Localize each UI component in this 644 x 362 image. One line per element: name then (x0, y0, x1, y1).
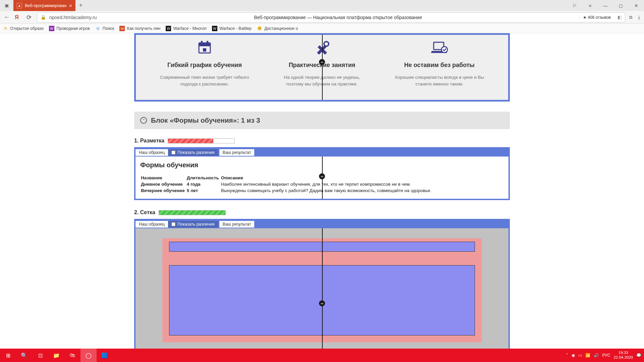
steam-icon[interactable]: ◉ (572, 353, 575, 358)
feature-desc: Хорошие специалисты всегда в цене и Вы с… (394, 74, 485, 87)
close-icon[interactable]: × (69, 3, 72, 8)
progress-bar (168, 138, 235, 143)
tab-title: Веб-программирован (25, 3, 66, 8)
panel-toggle-icon[interactable]: ▣ (0, 3, 13, 8)
sample-tab[interactable]: Наш образец (136, 149, 168, 156)
yandex-browser-icon[interactable]: ◯ (80, 349, 97, 362)
reload-button[interactable]: ⟳ (25, 14, 33, 21)
bookmark-item[interactable]: ◎Поиск (95, 26, 114, 31)
downloads-icon[interactable]: ⭳ (637, 15, 641, 20)
bookmark-icon[interactable]: ◧ (618, 15, 622, 20)
bookmark-icon: W (212, 26, 217, 31)
show-diff-toggle[interactable]: Показать различия (168, 221, 218, 228)
drag-handle-icon[interactable]: ⇔ (319, 59, 325, 65)
features-box: Гибкий график обучения Современный темп … (134, 33, 510, 102)
calendar-icon (159, 40, 250, 56)
compare-tabs: Наш образец Показать различия Ваш резуль… (136, 220, 508, 228)
bookmark-item[interactable]: WWarface - Battlep (212, 26, 252, 31)
window-controls: ⚐ ≡ — ◻ ✕ (567, 0, 644, 11)
lang-indicator[interactable]: РУС (602, 353, 610, 358)
url-text: npoed.htmlacademy.ru (49, 15, 97, 20)
accordion-title: Блок «Формы обучения»: 1 из 3 (151, 116, 260, 124)
bookmark-item[interactable]: 😊Дистанционное о (257, 26, 298, 31)
browser-tab[interactable]: ▲ Веб-программирован × (13, 0, 75, 11)
drag-handle-icon[interactable]: ⇔ (319, 300, 325, 306)
svg-rect-3 (207, 41, 208, 44)
task-view-icon[interactable]: ⊡ (32, 349, 48, 362)
progress-bar (159, 210, 226, 215)
back-button[interactable]: ← (3, 14, 11, 21)
svg-rect-1 (199, 43, 210, 46)
reviews-badge[interactable]: ★ 406 отзывов (579, 15, 614, 20)
start-button[interactable]: ⊞ (0, 349, 16, 362)
bookmark-item[interactable]: ◔Открытое образо (3, 26, 44, 31)
explorer-icon[interactable]: 📁 (48, 349, 64, 362)
content-area: Гибкий график обучения Современный темп … (0, 33, 644, 349)
accordion-header[interactable]: ⌃ Блок «Формы обучения»: 1 из 3 (134, 112, 510, 129)
extensions-icon[interactable]: ⧉ (629, 15, 632, 20)
forms-table: НазваниеДлительностьОписание Дневное обу… (140, 174, 433, 194)
feature-flexible: Гибкий график обучения Современный темп … (159, 40, 250, 87)
table-row: Вечернее обучение5 летВынуждены совмещат… (141, 188, 433, 193)
grid-compare-box: Наш образец Показать различия Ваш резуль… (134, 219, 510, 349)
search-icon[interactable]: 🔍 (16, 349, 32, 362)
show-diff-toggle[interactable]: Показать различия (168, 149, 218, 156)
bookmark-icon: ht (119, 26, 125, 31)
url-box[interactable]: 🔒 npoed.htmlacademy.ru Веб-программирова… (37, 12, 625, 22)
bookmark-icon: W (166, 26, 171, 31)
feature-title: Не оставим без работы (394, 62, 485, 69)
taskbar: ⊞ 🔍 ⊡ 📁 🛍 ◯ 🟦 ˄ ◉ ▭ 📶 🔊 РУС 19:33 22.04.… (0, 349, 644, 362)
bookmark-icon: W (49, 26, 54, 31)
address-bar: ← Я ⟳ 🔒 npoed.htmlacademy.ru Веб-програм… (0, 11, 644, 24)
bookmark-item[interactable]: WWarface - Многоп (166, 26, 206, 31)
menu-icon[interactable]: ≡ (582, 0, 598, 11)
yandex-icon[interactable]: Я (15, 14, 21, 20)
result-tab[interactable]: Ваш результат (219, 149, 255, 156)
diff-checkbox[interactable] (171, 222, 175, 226)
svg-point-5 (324, 42, 329, 46)
feature-job: Не оставим без работы Хорошие специалист… (394, 40, 485, 87)
network-icon[interactable]: 📶 (585, 353, 590, 358)
tray: ˄ ◉ ▭ 📶 🔊 РУС 19:33 22.04.2020 💬 (566, 351, 644, 360)
bookmark-item[interactable]: WПроводная игров (49, 26, 90, 31)
section-grid-title: 2. Сетка (134, 209, 510, 216)
feature-desc: Современный темп жизни требует гибкого п… (159, 74, 250, 87)
page-title: Веб-программирование — Национальная плат… (100, 15, 576, 20)
bookmark-icon: ◔ (3, 26, 8, 31)
bookmark-icon: ◎ (95, 26, 101, 31)
app-icon[interactable]: 🟦 (97, 349, 113, 362)
diff-checkbox[interactable] (171, 150, 175, 155)
titlebar: ▣ ▲ Веб-программирован × + ⚐ ≡ — ◻ ✕ (0, 0, 644, 11)
laptop-check-icon (394, 40, 485, 56)
chevron-up-icon: ⌃ (140, 117, 147, 124)
minimize-icon[interactable]: — (598, 0, 613, 11)
new-tab-button[interactable]: + (75, 2, 86, 9)
store-icon[interactable]: 🛍 (64, 349, 80, 362)
tray-icon[interactable]: ▭ (578, 353, 582, 358)
svg-rect-4 (203, 48, 206, 52)
markup-compare-box: Наш образец Показать различия Ваш резуль… (134, 147, 510, 200)
close-window-icon[interactable]: ✕ (629, 0, 644, 11)
section-markup-title: 1. Разметка (134, 138, 510, 144)
bookmarks-bar: ◔Открытое образо WПроводная игров ◎Поиск… (0, 24, 644, 33)
svg-rect-2 (201, 41, 203, 44)
flag-icon[interactable]: ⚐ (567, 0, 582, 11)
favicon-icon: ▲ (17, 3, 22, 8)
markup-body: Формы обучения НазваниеДлительностьОписа… (136, 157, 508, 199)
volume-icon[interactable]: 🔊 (594, 353, 599, 358)
bookmark-icon: 😊 (257, 26, 262, 31)
comparison-divider[interactable] (322, 35, 323, 100)
chevron-up-icon[interactable]: ˄ (566, 353, 568, 358)
bookmark-item[interactable]: htКак получить пин (119, 26, 160, 31)
lock-icon: 🔒 (41, 15, 46, 20)
feature-title: Гибкий график обучения (159, 62, 250, 69)
maximize-icon[interactable]: ◻ (613, 0, 629, 11)
drag-handle-icon[interactable]: ⇔ (319, 173, 325, 179)
clock[interactable]: 19:33 22.04.2020 (613, 351, 633, 360)
grid-body: ⇔ (136, 228, 508, 349)
comparison-divider[interactable] (322, 228, 323, 349)
compare-tabs: Наш образец Показать различия Ваш резуль… (136, 148, 508, 157)
sample-tab[interactable]: Наш образец (136, 221, 168, 228)
notification-icon[interactable]: 💬 (636, 353, 641, 358)
result-tab[interactable]: Ваш результат (219, 221, 255, 228)
